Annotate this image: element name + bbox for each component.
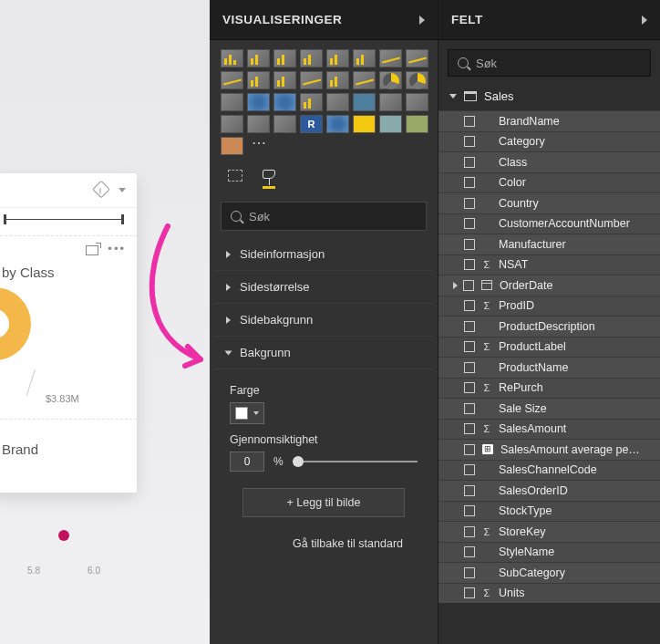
- transparency-slider[interactable]: [293, 461, 418, 462]
- field-checkbox[interactable]: [464, 116, 475, 127]
- field-row[interactable]: SalesOrderID: [438, 480, 660, 501]
- field-checkbox[interactable]: [464, 403, 475, 414]
- viz-100-bar-icon[interactable]: [326, 49, 349, 68]
- visualizations-header[interactable]: VISUALISERINGER: [210, 0, 438, 40]
- viz-stacked-area-icon[interactable]: [221, 71, 243, 89]
- section-pageinfo[interactable]: Sideinformasjon: [213, 238, 434, 271]
- field-checkbox[interactable]: [464, 198, 475, 209]
- field-checkbox[interactable]: [464, 382, 475, 393]
- field-row[interactable]: ΣProductLabel: [438, 337, 660, 358]
- field-row[interactable]: CustomerAccountNumber: [438, 213, 660, 234]
- field-checkbox[interactable]: [464, 505, 475, 516]
- fields-header[interactable]: FELT: [438, 0, 660, 40]
- field-row[interactable]: Category: [438, 131, 660, 152]
- viz-line-icon[interactable]: [379, 49, 402, 68]
- add-image-button[interactable]: + Legg til bilde: [242, 488, 405, 517]
- field-row[interactable]: ProductDescription: [438, 316, 660, 337]
- viz-waterfall-icon[interactable]: [326, 71, 349, 89]
- field-row[interactable]: SalesChannelCode: [438, 460, 660, 481]
- viz-clustered-column-icon[interactable]: [300, 49, 323, 68]
- reset-to-default-link[interactable]: Gå tilbake til standard: [230, 521, 418, 550]
- viz-custom4-icon[interactable]: [221, 137, 243, 155]
- field-checkbox[interactable]: [464, 444, 475, 455]
- viz-ribbon-icon[interactable]: [300, 71, 323, 89]
- viz-table-icon[interactable]: [247, 115, 270, 133]
- field-checkbox[interactable]: [464, 177, 475, 188]
- viz-r-icon[interactable]: R: [300, 115, 323, 133]
- fields-search-input[interactable]: Søk: [448, 49, 651, 77]
- field-row[interactable]: Class: [438, 151, 660, 172]
- viz-pie-icon[interactable]: [379, 71, 402, 89]
- viz-funnel-icon[interactable]: [300, 93, 323, 111]
- viz-scatter-icon[interactable]: [353, 71, 376, 89]
- viz-stacked-column-icon[interactable]: [273, 49, 296, 68]
- section-background[interactable]: Bakgrunn: [213, 337, 434, 369]
- field-checkbox[interactable]: [464, 239, 475, 250]
- viz-filled-map-icon[interactable]: [273, 93, 296, 111]
- viz-clustered-bar-icon[interactable]: [247, 49, 270, 68]
- report-visual-card[interactable]: ••• by Class $3.83M Brand 5.8 6.0: [0, 173, 137, 493]
- field-row[interactable]: Sale Size: [438, 398, 660, 419]
- field-row[interactable]: ΣProdID: [438, 296, 660, 317]
- viz-card-icon[interactable]: [353, 93, 376, 111]
- viz-custom2-icon[interactable]: [379, 115, 402, 133]
- field-row[interactable]: Manufacturer: [438, 234, 660, 254]
- format-mode-tab[interactable]: [263, 170, 275, 189]
- viz-gauge-icon[interactable]: [326, 93, 349, 111]
- viz-combo2-icon[interactable]: [273, 71, 296, 89]
- focus-mode-icon[interactable]: [86, 245, 98, 255]
- viz-kpi-icon[interactable]: [406, 93, 428, 111]
- table-node-sales[interactable]: Sales: [438, 82, 660, 110]
- field-row[interactable]: ΣNSAT: [438, 254, 660, 275]
- fields-mode-tab[interactable]: [228, 170, 242, 189]
- field-row[interactable]: Country: [438, 192, 660, 213]
- viz-custom1-icon[interactable]: [353, 115, 376, 133]
- viz-arcgis-icon[interactable]: [326, 115, 349, 133]
- field-checkbox[interactable]: [464, 423, 475, 434]
- viz-more-icon[interactable]: ⋯: [247, 137, 270, 155]
- card-menu-chevron[interactable]: [117, 188, 128, 192]
- slicer-range[interactable]: [4, 219, 124, 220]
- viz-donut-icon[interactable]: [406, 71, 428, 89]
- section-pagesize[interactable]: Sidestørrelse: [213, 271, 434, 304]
- field-checkbox[interactable]: [464, 546, 475, 557]
- field-row[interactable]: OrderDate: [438, 275, 660, 296]
- format-search-input[interactable]: Søk: [221, 202, 427, 231]
- viz-map-icon[interactable]: [247, 93, 270, 111]
- field-row[interactable]: BrandName: [438, 110, 660, 131]
- field-checkbox[interactable]: [464, 136, 475, 147]
- slider-thumb[interactable]: [293, 456, 304, 467]
- field-checkbox[interactable]: [464, 321, 475, 332]
- field-checkbox[interactable]: [464, 587, 475, 598]
- field-checkbox[interactable]: [464, 485, 475, 496]
- viz-100-column-icon[interactable]: [353, 49, 376, 68]
- more-options-icon[interactable]: •••: [108, 245, 126, 255]
- viz-treemap-icon[interactable]: [221, 93, 243, 111]
- transparency-input[interactable]: [230, 452, 264, 472]
- viz-multirow-icon[interactable]: [379, 93, 402, 111]
- viz-custom3-icon[interactable]: [406, 115, 428, 133]
- field-row[interactable]: SubCategory: [438, 562, 660, 583]
- field-row[interactable]: ΣUnits: [438, 583, 660, 604]
- field-checkbox[interactable]: [464, 300, 475, 311]
- field-row[interactable]: StyleName: [438, 542, 660, 563]
- field-checkbox[interactable]: [464, 464, 475, 475]
- viz-stacked-bar-icon[interactable]: [221, 49, 243, 68]
- field-row[interactable]: ΣSalesAmount: [438, 419, 660, 440]
- field-checkbox[interactable]: [464, 526, 475, 537]
- pin-icon[interactable]: [92, 180, 110, 198]
- section-pagebg[interactable]: Sidebakgrunn: [213, 304, 434, 337]
- field-row[interactable]: ⊞SalesAmount average pe…: [438, 439, 660, 460]
- viz-matrix-icon[interactable]: [273, 115, 296, 133]
- field-checkbox[interactable]: [464, 218, 475, 229]
- viz-slicer-icon[interactable]: [221, 115, 243, 133]
- viz-combo-icon[interactable]: [247, 71, 270, 89]
- field-checkbox[interactable]: [464, 362, 475, 373]
- field-checkbox[interactable]: [464, 341, 475, 352]
- field-row[interactable]: StockType: [438, 501, 660, 522]
- field-checkbox[interactable]: [464, 259, 475, 270]
- field-row[interactable]: ΣStoreKey: [438, 521, 660, 542]
- color-picker[interactable]: [230, 402, 264, 424]
- field-checkbox[interactable]: [463, 280, 474, 291]
- field-row[interactable]: Color: [438, 172, 660, 193]
